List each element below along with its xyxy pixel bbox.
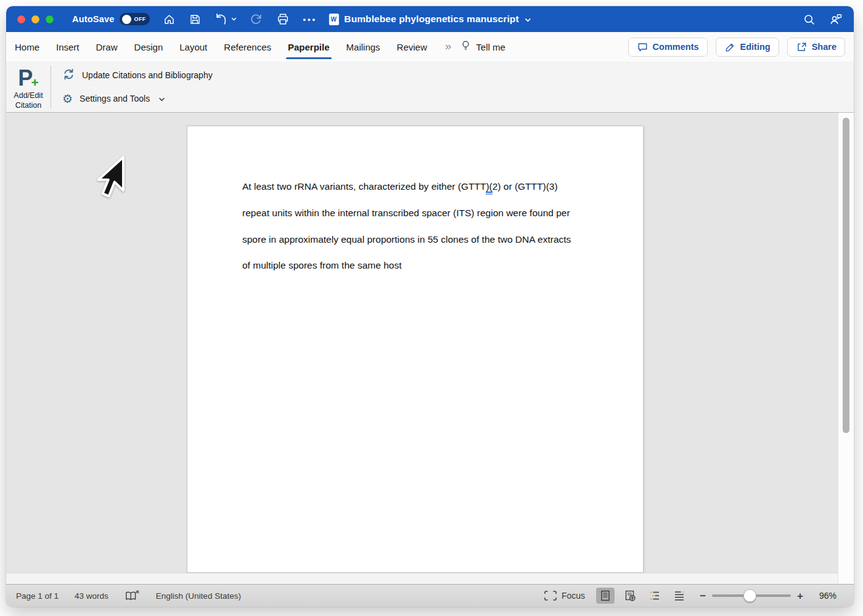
settings-tools-button[interactable]: ⚙ Settings and Tools — [62, 89, 213, 108]
paperpile-logo-icon: P + — [18, 65, 38, 89]
focus-label: Focus — [562, 591, 585, 601]
word-document-icon: W — [329, 14, 338, 25]
zoom-slider-thumb[interactable] — [743, 590, 756, 602]
traffic-lights — [17, 15, 54, 23]
zoom-slider[interactable] — [712, 594, 791, 598]
fullscreen-window-button[interactable] — [46, 15, 54, 23]
save-icon[interactable] — [189, 13, 202, 26]
paperpile-ribbon: P + Add/Edit Citation Update Citations a… — [6, 62, 854, 113]
undo-button[interactable] — [215, 12, 237, 26]
zoom-control: − + 96% — [700, 591, 836, 601]
close-window-button[interactable] — [17, 15, 25, 23]
add-edit-citation-label: Add/Edit Citation — [14, 91, 43, 110]
tab-draw[interactable]: Draw — [96, 32, 118, 62]
tab-references[interactable]: References — [224, 32, 271, 62]
document-page[interactable]: At least two rRNA variants, characterize… — [187, 126, 644, 573]
paperpile-logo-plus: + — [31, 76, 38, 89]
autosave-state-label: OFF — [134, 16, 145, 22]
page-count-label[interactable]: Page 1 of 1 — [16, 591, 59, 601]
autosave-control: AutoSave OFF — [72, 13, 150, 25]
focus-button[interactable]: Focus — [544, 591, 585, 601]
tell-me-button[interactable]: Tell me — [460, 39, 505, 55]
view-switcher — [596, 588, 689, 604]
add-edit-citation-button[interactable]: P + Add/Edit Citation — [6, 62, 51, 112]
print-layout-view-button[interactable] — [596, 588, 615, 604]
spellcheck-icon[interactable] — [125, 590, 140, 602]
tab-mailings[interactable]: Mailings — [346, 32, 380, 62]
share-button[interactable]: Share — [787, 38, 845, 57]
tab-paperpile[interactable]: Paperpile — [288, 32, 330, 62]
tab-insert[interactable]: Insert — [56, 32, 80, 62]
document-line-1: At least two rRNA variants, characterize… — [242, 181, 558, 192]
search-icon[interactable] — [803, 13, 816, 26]
vertical-scrollbar-track[interactable] — [838, 113, 854, 584]
undo-icon — [215, 12, 228, 26]
home-icon[interactable] — [163, 13, 176, 26]
title-chevron-icon[interactable] — [525, 14, 531, 25]
autosave-toggle[interactable]: OFF — [120, 13, 150, 25]
word-document-letter: W — [331, 16, 337, 23]
undo-chevron-icon[interactable] — [231, 17, 237, 21]
more-commands-icon[interactable]: ••• — [303, 15, 317, 24]
word-count-label[interactable]: 43 words — [75, 591, 108, 601]
sync-icon — [62, 68, 75, 83]
document-title: Bumblebee phylogenetics manuscript — [344, 14, 518, 25]
document-line-3: spore in approximately equal proportions… — [242, 234, 571, 245]
editing-button[interactable]: Editing — [716, 38, 779, 57]
horizontal-scroll-area — [6, 573, 838, 584]
editing-button-label: Editing — [740, 42, 771, 52]
draft-view-button[interactable] — [670, 588, 689, 604]
focus-icon — [544, 591, 557, 601]
web-layout-view-button[interactable] — [621, 588, 639, 604]
settings-tools-label: Settings and Tools — [80, 94, 150, 103]
print-icon[interactable] — [276, 12, 290, 26]
comments-button-label: Comments — [653, 42, 699, 52]
tab-layout[interactable]: Layout — [179, 32, 207, 62]
titlebar: AutoSave OFF ••• — [6, 6, 854, 32]
chevron-down-icon — [158, 94, 165, 103]
tab-home[interactable]: Home — [15, 32, 39, 62]
share-icon — [796, 41, 808, 53]
autosave-toggle-knob — [122, 15, 131, 24]
mouse-cursor — [93, 155, 125, 205]
autocorrect-marker: )( — [486, 181, 492, 193]
update-citations-button[interactable]: Update Citations and Bibliography — [62, 65, 213, 85]
word-window: AutoSave OFF ••• — [6, 6, 854, 607]
active-tab-underline — [286, 57, 332, 60]
document-title-group[interactable]: W Bumblebee phylogenetics manuscript — [329, 6, 531, 32]
share-button-label: Share — [812, 42, 836, 52]
tab-design[interactable]: Design — [134, 32, 163, 62]
tab-overflow-chevron-icon[interactable]: » — [445, 39, 452, 53]
pencil-icon — [724, 41, 736, 53]
language-label[interactable]: English (United States) — [156, 591, 241, 601]
document-area: At least two rRNA variants, characterize… — [6, 113, 854, 584]
presence-people-icon[interactable] — [828, 12, 843, 26]
zoom-percentage-label[interactable]: 96% — [809, 591, 836, 601]
redo-icon[interactable] — [250, 12, 263, 26]
gear-icon: ⚙ — [62, 93, 73, 105]
comments-button[interactable]: Comments — [628, 38, 708, 57]
zoom-out-button[interactable]: − — [700, 591, 706, 601]
document-actions: Comments Editing Share — [628, 38, 845, 57]
minimize-window-button[interactable] — [31, 15, 39, 23]
outline-view-button[interactable] — [645, 588, 664, 604]
update-citations-label: Update Citations and Bibliography — [82, 70, 213, 80]
document-line-4: of multiple spores from the same host — [242, 260, 401, 271]
autosave-label: AutoSave — [72, 14, 114, 24]
tell-me-label: Tell me — [476, 42, 505, 52]
comment-icon — [637, 41, 648, 53]
vertical-scrollbar-thumb[interactable] — [843, 118, 849, 433]
ribbon-tab-row: Home Insert Draw Design Layout Reference… — [6, 32, 854, 62]
tab-review[interactable]: Review — [397, 32, 427, 62]
zoom-in-button[interactable]: + — [797, 591, 803, 601]
document-line-2: repeat units within the internal transcr… — [242, 208, 570, 219]
status-bar: Page 1 of 1 43 words English (United Sta… — [6, 584, 854, 607]
lightbulb-icon — [460, 39, 472, 55]
